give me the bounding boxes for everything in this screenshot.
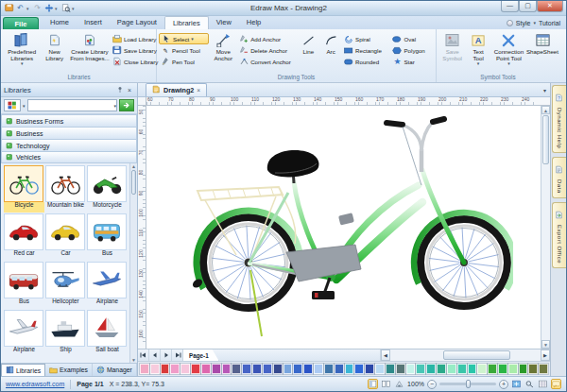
color-swatch[interactable] bbox=[488, 364, 497, 374]
color-swatch[interactable] bbox=[252, 364, 262, 374]
close-library-button[interactable]: Close Library bbox=[111, 56, 154, 67]
tutorial-menu[interactable]: Tutorial bbox=[539, 17, 560, 29]
symbol-airplane[interactable]: Airplane bbox=[4, 310, 44, 357]
search-input[interactable] bbox=[28, 100, 114, 111]
edrawsoft-link[interactable]: www.edrawsoft.com bbox=[6, 381, 64, 387]
scroll-left-icon[interactable]: ◀ bbox=[381, 349, 390, 361]
zoom-slider-knob[interactable] bbox=[466, 380, 471, 388]
color-swatch[interactable] bbox=[273, 364, 283, 374]
document-tab-drawing2[interactable]: Drawing2 × bbox=[146, 83, 207, 96]
color-swatch[interactable] bbox=[468, 364, 477, 374]
color-swatch[interactable] bbox=[324, 364, 334, 374]
color-swatch[interactable] bbox=[303, 364, 313, 374]
spiral-tool-button[interactable]: Spiral bbox=[342, 33, 390, 44]
print-preview-icon[interactable] bbox=[60, 3, 71, 13]
undo-caret-icon[interactable]: ▾ bbox=[26, 6, 31, 11]
next-page-button[interactable] bbox=[161, 349, 172, 361]
add-anchor-button[interactable]: Add Anchor bbox=[237, 33, 297, 44]
delete-anchor-button[interactable]: Delete Anchor bbox=[237, 44, 297, 56]
symbol-bus[interactable]: Bus bbox=[87, 213, 128, 261]
drawing-canvas[interactable] bbox=[146, 106, 541, 349]
ribbon-tab-home[interactable]: Home bbox=[43, 16, 77, 29]
color-swatch[interactable] bbox=[170, 364, 180, 374]
symbol-bicycle[interactable]: Bicycle bbox=[4, 165, 44, 213]
save-library-button[interactable]: Save Library bbox=[111, 44, 154, 56]
style-icon[interactable] bbox=[507, 20, 513, 26]
color-swatch[interactable] bbox=[528, 364, 538, 374]
library-category-business-forms[interactable]: Business Forms bbox=[1, 114, 137, 127]
zoom-out-button[interactable]: − bbox=[427, 380, 437, 389]
move-anchor-button[interactable]: Move Anchor bbox=[209, 31, 237, 73]
ribbon-tab-libraries[interactable]: Libraries bbox=[164, 16, 209, 29]
canvas-horizontal-scrollbar[interactable]: ◀ ▶ bbox=[380, 349, 550, 361]
tab-list-caret-icon[interactable]: ▾ bbox=[543, 87, 546, 94]
dock-tab-data[interactable]: Data bbox=[552, 157, 566, 198]
color-swatch[interactable] bbox=[150, 364, 160, 374]
color-swatch[interactable] bbox=[201, 364, 211, 374]
library-search-combobox[interactable]: ▾ bbox=[27, 99, 118, 111]
load-library-button[interactable]: Load Library bbox=[111, 33, 154, 44]
star-tool-button[interactable]: ★Star bbox=[390, 56, 434, 67]
file-menu-button[interactable]: File bbox=[3, 17, 39, 29]
save-icon[interactable] bbox=[4, 3, 14, 13]
last-page-button[interactable] bbox=[172, 349, 183, 361]
bicycle-drawing[interactable] bbox=[182, 111, 513, 343]
save-symbol-button[interactable]: Save Symbol bbox=[438, 31, 466, 73]
shapesheet-button[interactable]: ShapeSheet bbox=[527, 31, 558, 73]
color-swatch[interactable] bbox=[232, 364, 241, 374]
color-swatch[interactable] bbox=[335, 364, 344, 374]
create-library-from-images-button[interactable]: Create Library From Images... bbox=[69, 31, 111, 73]
redo-icon[interactable]: ↷ bbox=[32, 3, 43, 13]
shape-style-dropdown[interactable] bbox=[4, 99, 21, 111]
color-swatch[interactable] bbox=[426, 364, 436, 374]
library-category-technology[interactable]: Technology bbox=[1, 139, 137, 151]
library-category-vehicles[interactable]: Vehicles bbox=[1, 151, 137, 163]
color-swatch[interactable] bbox=[191, 364, 200, 374]
style-menu[interactable]: Style bbox=[516, 17, 531, 29]
color-swatch[interactable] bbox=[161, 364, 170, 374]
color-swatch[interactable] bbox=[222, 364, 232, 374]
color-swatch[interactable] bbox=[539, 364, 548, 374]
scroll-up-icon[interactable]: ▲ bbox=[541, 106, 550, 114]
color-swatch[interactable] bbox=[345, 364, 354, 374]
color-swatch[interactable] bbox=[396, 364, 405, 374]
shape-style-caret-icon[interactable]: ▾ bbox=[23, 103, 26, 109]
color-swatch[interactable] bbox=[365, 364, 374, 374]
pan-zoom-icon[interactable] bbox=[538, 379, 548, 389]
color-swatch[interactable] bbox=[477, 364, 487, 374]
fit-page-icon[interactable] bbox=[511, 379, 522, 389]
line-tool-button[interactable]: Line bbox=[297, 31, 319, 73]
oval-tool-button[interactable]: Oval bbox=[390, 33, 434, 44]
symbol-helicopter[interactable]: Helicopter bbox=[45, 262, 86, 309]
symbol-airplane[interactable]: Airplane bbox=[87, 262, 128, 309]
color-swatch[interactable] bbox=[498, 364, 507, 374]
pen-tool-button[interactable]: Pen Tool bbox=[159, 56, 209, 67]
scroll-right-icon[interactable]: ▶ bbox=[541, 349, 550, 361]
page-breaks-view-icon[interactable] bbox=[381, 379, 391, 389]
panel-tab-examples[interactable]: Examples bbox=[45, 364, 93, 376]
color-swatch[interactable] bbox=[406, 364, 416, 374]
color-swatch[interactable] bbox=[508, 364, 518, 374]
ribbon-tab-help[interactable]: Help bbox=[239, 16, 268, 29]
zoom-area-icon[interactable] bbox=[524, 379, 535, 389]
first-page-button[interactable] bbox=[138, 349, 149, 361]
zoom-slider[interactable] bbox=[439, 383, 496, 385]
close-button[interactable]: ✕ bbox=[537, 1, 563, 12]
ribbon-tab-insert[interactable]: Insert bbox=[77, 16, 110, 29]
symbol-red-car[interactable]: Red car bbox=[4, 213, 44, 261]
symbol-mountain-bike[interactable]: Mountain bike bbox=[45, 165, 86, 213]
color-swatch[interactable] bbox=[263, 364, 272, 374]
color-swatch[interactable] bbox=[375, 364, 385, 374]
color-swatch[interactable] bbox=[180, 364, 190, 374]
pin-icon[interactable] bbox=[115, 86, 125, 94]
panel-tab-manager[interactable]: Manager bbox=[93, 364, 137, 376]
color-swatch[interactable] bbox=[140, 364, 149, 374]
rounded-tool-button[interactable]: Rounded bbox=[342, 56, 390, 67]
color-swatch[interactable] bbox=[519, 364, 528, 374]
panel-scrollbar[interactable]: ▲▼ bbox=[129, 163, 137, 363]
panel-close-icon[interactable]: × bbox=[125, 87, 134, 94]
polygon-tool-button[interactable]: Polygon bbox=[390, 44, 434, 56]
minimize-button[interactable]: — bbox=[501, 1, 519, 12]
page-tab[interactable]: Page-1 bbox=[183, 349, 219, 361]
symbol-motorcycle[interactable]: Motorcycle bbox=[87, 165, 128, 213]
